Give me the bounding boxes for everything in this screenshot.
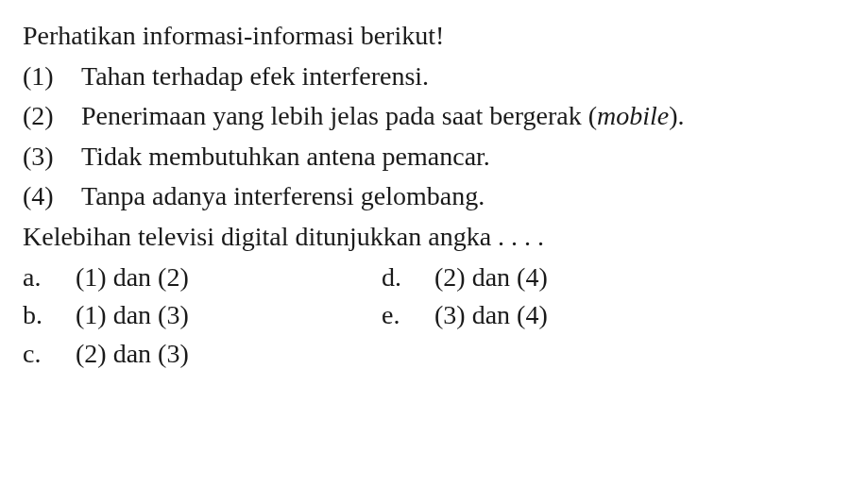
option-text: (1) dan (2) <box>76 259 382 297</box>
item-text: Tidak membutuhkan antena pemancar. <box>81 138 845 176</box>
option-letter: e. <box>382 296 434 335</box>
question-text: Kelebihan televisi digital ditunjukkan a… <box>23 218 845 257</box>
option-c: c. (2) dan (3) <box>23 335 382 374</box>
item-number: (1) <box>23 58 81 96</box>
option-text: (3) dan (4) <box>434 296 740 335</box>
list-item: (3) Tidak membutuhkan antena pemancar. <box>23 138 845 176</box>
option-b: b. (1) dan (3) <box>23 296 382 335</box>
option-letter: c. <box>23 335 76 374</box>
item-number: (3) <box>23 138 81 176</box>
options-container: a. (1) dan (2) d. (2) dan (4) b. (1) dan… <box>23 259 845 374</box>
item-text-after: ). <box>669 101 684 130</box>
intro-text: Perhatikan informasi-informasi berikut! <box>23 17 845 56</box>
item-text: Penerimaan yang lebih jelas pada saat be… <box>81 97 845 136</box>
option-row: a. (1) dan (2) d. (2) dan (4) <box>23 259 845 297</box>
item-text-italic: mobile <box>597 101 669 130</box>
item-number: (2) <box>23 97 81 136</box>
option-text: (2) dan (3) <box>76 335 382 374</box>
item-text: Tanpa adanya interferensi gelombang. <box>81 177 845 216</box>
list-item: (4) Tanpa adanya interferensi gelombang. <box>23 177 845 216</box>
option-letter: d. <box>382 259 434 297</box>
option-a: a. (1) dan (2) <box>23 259 382 297</box>
list-item: (1) Tahan terhadap efek interferensi. <box>23 58 845 96</box>
option-row: b. (1) dan (3) e. (3) dan (4) <box>23 296 845 335</box>
option-letter: b. <box>23 296 76 335</box>
list-item: (2) Penerimaan yang lebih jelas pada saa… <box>23 97 845 136</box>
item-text-before: Penerimaan yang lebih jelas pada saat be… <box>81 101 597 130</box>
item-text: Tahan terhadap efek interferensi. <box>81 58 845 96</box>
item-number: (4) <box>23 177 81 216</box>
option-row: c. (2) dan (3) <box>23 335 845 374</box>
option-text: (2) dan (4) <box>434 259 740 297</box>
option-letter: a. <box>23 259 76 297</box>
option-text: (1) dan (3) <box>76 296 382 335</box>
option-e: e. (3) dan (4) <box>382 296 740 335</box>
option-d: d. (2) dan (4) <box>382 259 740 297</box>
